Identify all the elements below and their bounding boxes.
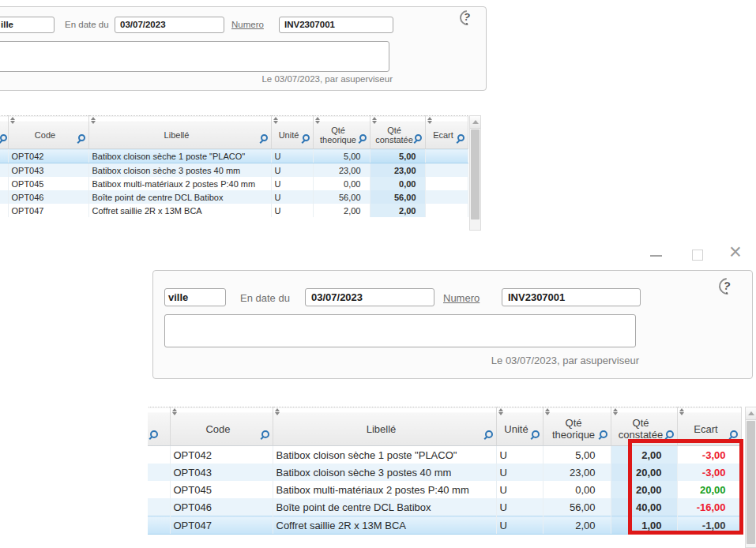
table-row[interactable]: OPT045 Batibox multi-matériaux 2 postes … <box>148 481 741 498</box>
sort-icon[interactable] <box>545 408 551 415</box>
search-icon[interactable] <box>415 134 422 141</box>
cell-partial <box>148 481 170 498</box>
help-icon[interactable]: ? <box>719 278 736 295</box>
cell-libelle: Boîte point de centre DCL Batibox <box>88 190 271 204</box>
column-header-libelle[interactable]: Libellé <box>273 407 496 446</box>
search-icon[interactable] <box>0 134 7 141</box>
vertical-scrollbar[interactable] <box>745 407 756 548</box>
search-icon[interactable] <box>261 430 269 438</box>
search-icon[interactable] <box>730 430 738 438</box>
search-icon[interactable] <box>150 430 158 438</box>
sort-icon[interactable] <box>315 117 322 124</box>
numero-link[interactable]: Numero <box>443 292 480 304</box>
date-input[interactable]: 03/07/2023 <box>115 17 224 33</box>
scroll-up-button[interactable] <box>470 116 480 129</box>
table-row[interactable]: OPT042 Batibox cloison sèche 1 poste "PL… <box>0 149 468 163</box>
column-header-code[interactable]: Code <box>170 407 273 446</box>
composite-screenshot-page: { "palette": { "accent_blue": "#2f76b5",… <box>0 0 756 548</box>
cell-qte-constatee: 56,00 <box>370 190 425 204</box>
cell-qte-constatee: 20,00 <box>611 464 677 481</box>
cell-unite: U <box>496 481 543 498</box>
column-label: Qté constatée <box>375 126 413 145</box>
cell-qte-theorique: 2,00 <box>313 204 370 217</box>
table-row[interactable]: OPT047 Coffret saillie 2R x 13M BCA U 2,… <box>0 204 468 217</box>
cell-partial <box>0 204 8 217</box>
help-dot <box>466 23 468 24</box>
comment-textarea[interactable] <box>0 41 389 72</box>
screenshot-bottom: × ville En date du 03/07/2023 Numero INV… <box>148 245 756 548</box>
search-icon[interactable] <box>359 134 367 141</box>
column-label: Qté constatée <box>619 417 663 441</box>
maximize-icon[interactable] <box>692 250 703 261</box>
cell-libelle: Coffret saillie 2R x 13M BCA <box>88 204 271 217</box>
column-header-partial[interactable] <box>0 116 8 149</box>
sort-icon[interactable] <box>498 408 505 415</box>
table-row[interactable]: OPT046 Boîte point de centre DCL Batibox… <box>0 190 468 204</box>
scrollbar-thumb[interactable] <box>471 129 480 220</box>
cell-ecart <box>425 163 468 178</box>
table-row[interactable]: OPT043 Batibox cloison sèche 3 postes 40… <box>0 163 468 178</box>
search-icon[interactable] <box>457 134 465 141</box>
sort-icon[interactable] <box>275 408 281 415</box>
scroll-up-button[interactable] <box>746 407 756 420</box>
column-header-unite[interactable]: Unité <box>496 407 543 446</box>
sort-icon[interactable] <box>427 117 434 124</box>
sort-icon[interactable] <box>91 117 97 124</box>
cell-partial <box>148 446 170 464</box>
vertical-scrollbar[interactable] <box>469 115 481 231</box>
column-header-qte-theorique[interactable]: Qté theorique <box>543 407 611 446</box>
column-header-partial[interactable] <box>148 407 170 446</box>
minimize-icon[interactable] <box>650 255 662 257</box>
cell-code: OPT042 <box>170 446 273 464</box>
table-row[interactable]: OPT042 Batibox cloison sèche 1 poste "PL… <box>148 446 741 464</box>
cell-ecart <box>425 177 468 190</box>
search-icon[interactable] <box>532 430 540 438</box>
cell-unite: U <box>271 149 313 163</box>
cell-partial <box>148 464 170 481</box>
search-icon[interactable] <box>261 134 268 141</box>
site-input[interactable]: ille <box>0 17 55 33</box>
search-icon[interactable] <box>485 430 493 438</box>
column-header-libelle[interactable]: Libellé <box>88 116 271 149</box>
table-row[interactable]: OPT045 Batibox multi-matériaux 2 postes … <box>0 177 468 190</box>
cell-qte-constatee: 40,00 <box>611 498 677 516</box>
cell-qte-theorique: 56,00 <box>313 190 370 204</box>
sort-icon[interactable] <box>172 408 179 415</box>
cell-libelle: Batibox cloison sèche 3 postes 40 mm <box>88 163 271 178</box>
sort-icon[interactable] <box>10 117 17 124</box>
scrollbar-thumb[interactable] <box>747 421 755 544</box>
search-icon[interactable] <box>600 430 607 438</box>
invoice-number-input[interactable]: INV2307001 <box>502 288 641 306</box>
screenshot-top: ille En date du 03/07/2023 Numero INV230… <box>0 0 498 234</box>
sort-icon[interactable] <box>273 117 280 124</box>
table-row[interactable]: OPT047 Coffret saillie 2R x 13M BCA U 2,… <box>148 516 741 535</box>
column-header-unite[interactable]: Unité <box>271 116 313 149</box>
table-row[interactable]: OPT043 Batibox cloison sèche 3 postes 40… <box>148 464 741 481</box>
sort-icon[interactable] <box>613 408 619 415</box>
search-icon[interactable] <box>303 134 310 141</box>
column-header-ecart[interactable]: Ecart <box>677 407 741 446</box>
cell-code: OPT043 <box>8 163 88 178</box>
column-label: Libellé <box>164 130 190 140</box>
comment-textarea[interactable] <box>164 314 636 347</box>
column-header-qte-constatee[interactable]: Qté constatée <box>611 407 677 446</box>
cell-partial <box>0 149 8 163</box>
date-label: En date du <box>65 20 109 29</box>
date-label: En date du <box>240 292 290 304</box>
column-header-code[interactable]: Code <box>8 116 88 149</box>
invoice-number-input[interactable]: INV2307001 <box>279 17 393 33</box>
close-icon[interactable]: × <box>729 245 742 264</box>
date-input[interactable]: 03/07/2023 <box>305 288 434 306</box>
column-header-qte-constatee[interactable]: Qté constatée <box>370 116 425 149</box>
column-header-qte-theorique[interactable]: Qté theorique <box>313 116 370 149</box>
column-header-ecart[interactable]: Ecart <box>425 116 468 149</box>
sort-icon[interactable] <box>372 117 378 124</box>
search-icon[interactable] <box>666 430 674 438</box>
site-input[interactable]: ville <box>164 288 226 306</box>
table-row[interactable]: OPT046 Boîte point de centre DCL Batibox… <box>148 498 741 516</box>
help-icon[interactable]: ? <box>460 10 476 26</box>
sort-icon[interactable] <box>679 408 686 415</box>
cell-code: OPT045 <box>8 177 88 190</box>
numero-link[interactable]: Numero <box>231 20 264 29</box>
search-icon[interactable] <box>78 134 85 141</box>
